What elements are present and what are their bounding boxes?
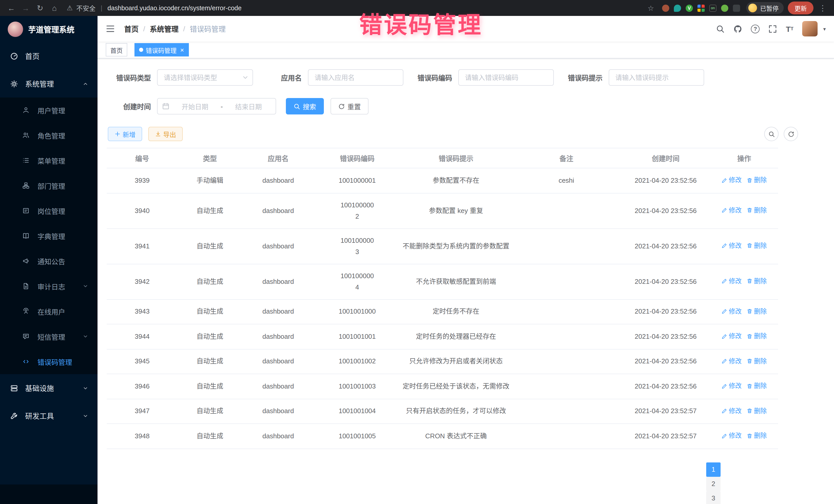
- browser-update-button[interactable]: 更新: [788, 2, 813, 14]
- sidebar-footer[interactable]: [0, 484, 97, 504]
- column-header-hint: 错误码提示: [400, 148, 512, 168]
- refresh-table-button[interactable]: [784, 127, 798, 141]
- sidebar-item-positions[interactable]: 岗位管理: [0, 198, 97, 223]
- sidebar-item-departments[interactable]: 部门管理: [0, 173, 97, 198]
- pager-page-2[interactable]: 2: [706, 477, 721, 491]
- sidebar-item-menus[interactable]: 菜单管理: [0, 148, 97, 173]
- cell-type: 自动生成: [178, 264, 242, 299]
- sidebar-item-roles[interactable]: 角色管理: [0, 123, 97, 148]
- cell-actions: 修改删除: [710, 264, 778, 299]
- active-tab-dot: [139, 48, 143, 52]
- toggle-search-button[interactable]: [764, 127, 778, 141]
- font-size-icon[interactable]: TT: [786, 25, 793, 32]
- browser-home-icon[interactable]: ⌂: [49, 4, 60, 12]
- add-button[interactable]: 新增: [108, 127, 142, 141]
- sidebar-item-online-users[interactable]: 在线用户: [0, 299, 97, 324]
- sidebar-item-audit-log[interactable]: 审计日志: [0, 273, 97, 299]
- sidebar-item-infrastructure[interactable]: 基础设施: [0, 374, 97, 402]
- error-code-input[interactable]: [458, 69, 554, 86]
- column-header-remark: 备注: [512, 148, 621, 168]
- help-icon[interactable]: ?: [751, 24, 760, 33]
- cell-app: dashboard: [242, 399, 314, 424]
- sidebar-item-users[interactable]: 用户管理: [0, 97, 97, 123]
- delete-link[interactable]: 删除: [747, 330, 767, 342]
- address-bar[interactable]: ⚠ 不安全 | dashboard.yudao.iocoder.cn/syste…: [67, 3, 656, 13]
- edit-link[interactable]: 修改: [722, 276, 742, 287]
- app-name-input[interactable]: [308, 69, 403, 86]
- edit-link[interactable]: 修改: [722, 380, 742, 392]
- delete-link[interactable]: 删除: [747, 430, 767, 441]
- error-hint-input[interactable]: [609, 69, 704, 86]
- extension-puzzle-icon[interactable]: [733, 4, 740, 12]
- chevron-down-icon: [83, 413, 88, 419]
- filter-label: 创建时间: [107, 101, 157, 111]
- bookmark-star-icon[interactable]: ☆: [646, 4, 656, 12]
- error-type-select-input[interactable]: [157, 69, 253, 86]
- hamburger-icon[interactable]: [106, 24, 116, 34]
- chevron-down-icon[interactable]: ▾: [823, 26, 826, 31]
- extension-v-icon[interactable]: V: [686, 4, 693, 12]
- tab-home[interactable]: 首页: [106, 43, 127, 57]
- search-button-label: 搜索: [303, 101, 316, 111]
- edit-link[interactable]: 修改: [722, 205, 742, 216]
- extension-drop-icon[interactable]: [674, 4, 681, 12]
- delete-link[interactable]: 删除: [747, 405, 767, 416]
- app-body: 芋道管理系统 首页 系统管理 用户管理: [0, 16, 834, 504]
- pager-page-3[interactable]: 3: [706, 491, 721, 504]
- breadcrumb-system[interactable]: 系统管理: [150, 24, 179, 34]
- browser-reload-icon[interactable]: ↻: [35, 3, 45, 13]
- edit-link[interactable]: 修改: [722, 355, 742, 367]
- extension-leaf-icon[interactable]: [721, 4, 728, 12]
- edit-link[interactable]: 修改: [722, 405, 742, 416]
- fullscreen-icon[interactable]: [769, 24, 777, 33]
- breadcrumb-home[interactable]: 首页: [124, 24, 138, 34]
- edit-link[interactable]: 修改: [722, 240, 742, 251]
- browser-menu-icon[interactable]: ⋮: [817, 3, 828, 13]
- delete-link[interactable]: 删除: [747, 205, 767, 216]
- chevron-down-icon: [83, 334, 88, 339]
- sidebar-item-error-code[interactable]: 错误码管理: [0, 349, 97, 374]
- edit-link[interactable]: 修改: [722, 330, 742, 342]
- search-button[interactable]: 搜索: [286, 98, 324, 114]
- cell-hint: 只允许修改为开启或者关闭状态: [400, 349, 512, 374]
- extension-on-badge-icon[interactable]: on: [709, 4, 717, 12]
- user-avatar[interactable]: [802, 21, 817, 37]
- extension-icon-1[interactable]: [662, 4, 669, 12]
- sidebar-item-dictionary[interactable]: 字典管理: [0, 223, 97, 248]
- sidebar-item-dev-tools[interactable]: 研发工具: [0, 402, 97, 430]
- delete-link[interactable]: 删除: [747, 306, 767, 317]
- delete-link[interactable]: 删除: [747, 380, 767, 392]
- profile-chip[interactable]: 已暂停: [746, 2, 784, 14]
- filter-item-create-time: 创建时间 开始日期 - 结束日期: [107, 98, 276, 114]
- sidebar-item-notice[interactable]: 通知公告: [0, 248, 97, 273]
- extension-grid-icon[interactable]: [698, 4, 705, 12]
- reset-button[interactable]: 重置: [331, 98, 369, 114]
- export-button[interactable]: 导出: [148, 127, 183, 141]
- browser-back-icon[interactable]: ←: [6, 4, 17, 12]
- edit-link[interactable]: 修改: [722, 175, 742, 186]
- browser-forward-icon[interactable]: →: [21, 4, 31, 12]
- delete-link[interactable]: 删除: [747, 175, 767, 186]
- sidebar-item-home[interactable]: 首页: [0, 42, 97, 70]
- cell-time: 2021-04-20 23:52:56: [621, 349, 710, 374]
- delete-link[interactable]: 删除: [747, 240, 767, 251]
- table-toolbar: 新增 导出: [108, 127, 798, 141]
- date-range-picker[interactable]: 开始日期 - 结束日期: [157, 98, 276, 114]
- pager-page-1[interactable]: 1: [706, 462, 721, 477]
- search-icon[interactable]: [716, 24, 725, 33]
- close-icon[interactable]: ×: [180, 46, 184, 53]
- error-type-select[interactable]: [157, 69, 253, 86]
- delete-link[interactable]: 删除: [747, 355, 767, 367]
- sidebar-item-sms[interactable]: 短信管理: [0, 324, 97, 349]
- edit-link[interactable]: 修改: [722, 306, 742, 317]
- sidebar-item-system[interactable]: 系统管理: [0, 70, 97, 97]
- cell-id: 3943: [107, 299, 178, 324]
- breadcrumb-separator: /: [183, 25, 185, 33]
- table-row: 3945自动生成dashboard1001001002只允许修改为开启或者关闭状…: [107, 349, 778, 374]
- edit-link[interactable]: 修改: [722, 430, 742, 441]
- app-logo[interactable]: 芋道管理系统: [0, 16, 97, 42]
- github-icon[interactable]: [734, 24, 742, 33]
- delete-link[interactable]: 删除: [747, 276, 767, 287]
- tab-error-code[interactable]: 错误码管理 ×: [134, 43, 189, 57]
- cell-code: 1001001004: [314, 399, 400, 424]
